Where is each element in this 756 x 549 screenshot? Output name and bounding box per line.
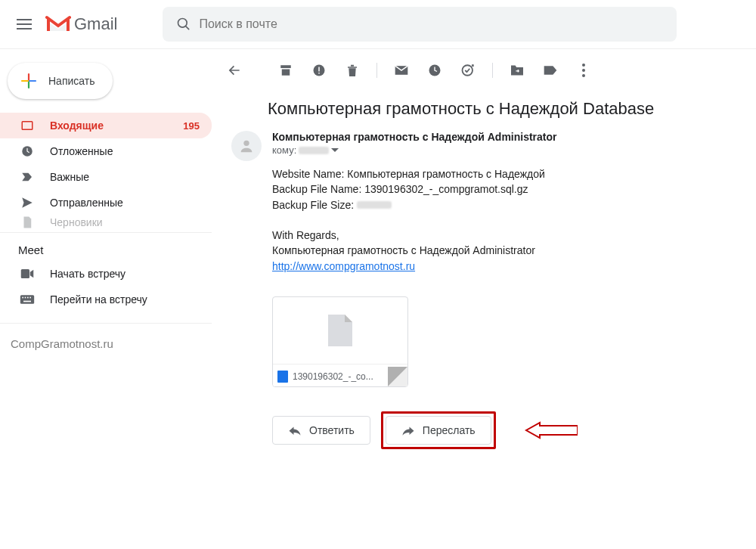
sender-name: Компьютерная грамотность с Надеждой Admi…	[272, 131, 557, 143]
svg-rect-13	[318, 73, 320, 74]
size-redacted	[357, 201, 392, 209]
forward-label: Переслать	[423, 424, 476, 436]
svg-rect-8	[27, 297, 29, 299]
sidebar-item-drafts[interactable]: Черновики	[0, 216, 212, 229]
svg-rect-4	[21, 269, 29, 278]
body-line: Компьютерная грамотность с Надеждой Admi…	[272, 243, 748, 258]
spam-icon	[312, 64, 326, 77]
body-line: 1390196302_-_compgramot.sql.gz	[364, 183, 528, 195]
forward-icon	[401, 425, 415, 436]
main-menu-button[interactable]	[6, 6, 42, 42]
keyboard-icon	[20, 292, 35, 307]
attachment-filename: 1390196302_-_co...	[293, 371, 373, 382]
search-box[interactable]	[163, 7, 677, 42]
spam-button[interactable]	[304, 55, 334, 85]
file-badge-icon	[277, 371, 288, 383]
search-icon[interactable]	[169, 9, 199, 39]
snooze-button[interactable]	[420, 55, 450, 85]
file-icon	[20, 216, 35, 229]
label-icon	[543, 64, 558, 76]
sidebar-item-label: Отложенные	[50, 145, 200, 157]
body-line: With Regards,	[272, 228, 748, 243]
archive-icon	[279, 64, 293, 77]
archive-button[interactable]	[271, 55, 301, 85]
meet-item-label: Начать встречу	[50, 268, 125, 280]
add-task-button[interactable]	[453, 55, 483, 85]
sidebar-item-important[interactable]: Важные	[0, 164, 212, 190]
gmail-logo[interactable]: Gmail	[45, 14, 117, 34]
reply-icon	[288, 425, 302, 436]
message-toolbar	[219, 49, 748, 92]
gmail-logo-text: Gmail	[74, 14, 117, 34]
app-header: Gmail	[0, 0, 756, 48]
sidebar-item-label: Входящие	[50, 119, 183, 132]
email-subject: Компьютерная грамотность с Надеждой Data…	[219, 92, 748, 131]
message-actions: Ответить Переслать	[219, 411, 748, 449]
folder-move-icon	[510, 64, 525, 76]
back-button[interactable]	[219, 55, 249, 85]
clock-icon	[428, 64, 442, 77]
more-icon	[582, 64, 585, 77]
task-icon	[461, 64, 475, 77]
move-button[interactable]	[502, 55, 532, 85]
file-icon	[327, 313, 354, 348]
body-line: Website Name:	[272, 168, 347, 180]
sidebar-item-inbox[interactable]: Входящие 195	[0, 113, 212, 138]
trash-icon	[346, 64, 358, 77]
meet-section-title: Meet	[0, 232, 212, 261]
svg-point-19	[243, 141, 249, 146]
svg-point-17	[582, 69, 585, 72]
person-icon	[238, 138, 255, 154]
reply-button[interactable]: Ответить	[272, 416, 370, 445]
forward-button[interactable]: Переслать	[386, 416, 491, 445]
labels-button[interactable]	[535, 55, 565, 85]
main-content: Компьютерная грамотность с Надеждой Data…	[212, 48, 756, 549]
svg-rect-12	[318, 67, 320, 72]
sender-avatar[interactable]	[231, 131, 262, 161]
sidebar-item-label: Отправленные	[50, 197, 200, 209]
annotation-highlight: Переслать	[381, 411, 496, 449]
svg-rect-6	[22, 297, 23, 299]
mark-unread-button[interactable]	[386, 55, 417, 85]
important-icon	[20, 169, 35, 185]
hamburger-icon	[17, 19, 32, 29]
arrow-left-icon	[227, 63, 242, 78]
attachment-tile[interactable]: 1390196302_-_co...	[272, 296, 408, 387]
svg-point-18	[582, 74, 585, 77]
compose-label: Написать	[48, 75, 94, 87]
inbox-icon	[20, 118, 35, 133]
more-button[interactable]	[569, 55, 599, 85]
meet-join-button[interactable]: Перейти на встречу	[0, 287, 212, 312]
to-label: кому:	[272, 144, 296, 156]
svg-point-16	[582, 64, 585, 67]
meet-item-label: Перейти на встречу	[50, 293, 147, 306]
svg-rect-10	[23, 301, 31, 302]
svg-rect-9	[29, 297, 31, 299]
sidebar-item-snoozed[interactable]: Отложенные	[0, 138, 212, 164]
website-link[interactable]: http://www.compgramotnost.ru	[272, 260, 415, 272]
inbox-count: 195	[183, 120, 200, 132]
sidebar: Написать Входящие 195 Отложенные Важные	[0, 48, 212, 549]
annotation-arrow	[525, 421, 578, 439]
plus-icon	[18, 70, 39, 92]
delete-button[interactable]	[337, 55, 367, 85]
sidebar-item-sent[interactable]: Отправленные	[0, 190, 212, 216]
svg-rect-5	[20, 295, 34, 304]
gmail-logo-icon	[45, 14, 71, 34]
mail-icon	[394, 64, 409, 76]
body-line: Backup File Size:	[272, 199, 354, 211]
reply-label: Ответить	[309, 424, 355, 436]
body-line: Компьютерная грамотность с Надеждой	[347, 168, 544, 180]
message-block: Компьютерная грамотность с Надеждой Admi…	[219, 131, 748, 274]
clock-icon	[20, 144, 35, 159]
sidebar-item-label: Черновики	[50, 216, 200, 228]
search-input[interactable]	[199, 17, 671, 31]
compose-button[interactable]: Написать	[8, 63, 113, 99]
recipient-redacted	[299, 147, 329, 154]
sidebar-footer-label: CompGramotnost.ru	[0, 324, 212, 350]
send-icon	[20, 195, 35, 210]
recipient-row[interactable]: кому:	[272, 144, 748, 156]
meet-start-button[interactable]: Начать встречу	[0, 261, 212, 287]
sidebar-item-label: Важные	[50, 171, 200, 183]
svg-rect-7	[25, 297, 26, 299]
